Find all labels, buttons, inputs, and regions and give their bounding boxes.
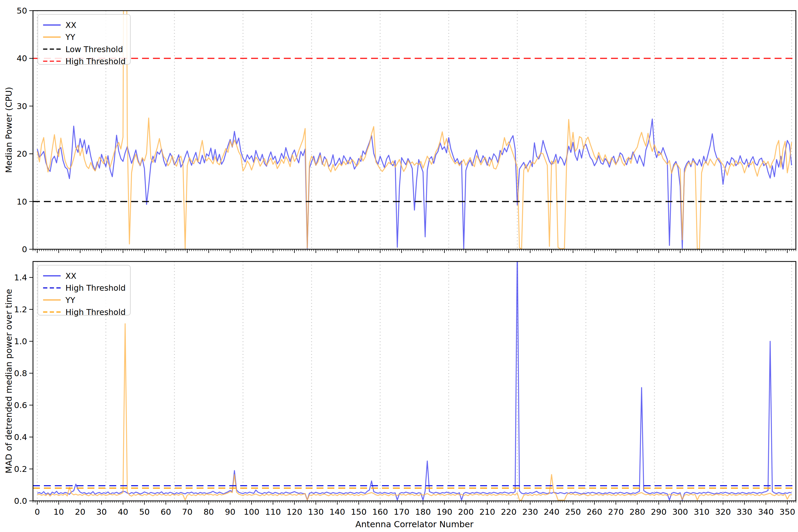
x-axis-label: Antenna Correlator Number <box>355 519 474 529</box>
x-tick-label: 160 <box>373 507 388 517</box>
y-tick-label: 0.2 <box>14 464 27 474</box>
x-tick-label: 250 <box>565 507 581 517</box>
x-tick-label: 270 <box>608 507 624 517</box>
y-tick-label: 50 <box>17 6 27 15</box>
x-tick-label: 110 <box>265 507 281 517</box>
y-tick-label: 1.4 <box>14 273 27 282</box>
median-power-chart: 01020304050Median Power (CPU)XXYYLow Thr… <box>4 0 796 254</box>
figure: 01020304050Median Power (CPU)XXYYLow Thr… <box>0 0 798 532</box>
x-tick-label: 0 <box>35 507 40 517</box>
legend-label: YY <box>65 33 75 42</box>
y-tick-label: 0.4 <box>14 432 27 442</box>
x-tick-label: 200 <box>458 507 474 517</box>
xx-line <box>37 119 792 249</box>
x-tick-label: 30 <box>96 507 107 517</box>
yy-line <box>37 324 792 500</box>
y-tick-label: 20 <box>17 149 27 158</box>
y-tick-label: 30 <box>17 101 27 111</box>
y-ticks: 0.00.20.40.60.81.01.21.4 <box>14 273 33 506</box>
legend: XXYYLow ThresholdHigh Threshold <box>38 14 130 66</box>
y-tick-label: 0.0 <box>14 496 27 506</box>
axes-border <box>33 262 796 501</box>
y-tick-label: 1.0 <box>14 337 27 346</box>
x-tick-label: 240 <box>544 507 559 517</box>
x-tick-label: 10 <box>54 507 64 517</box>
x-tick-label: 350 <box>779 507 795 517</box>
x-tick-label: 340 <box>758 507 774 517</box>
legend-label: High Threshold <box>65 307 126 317</box>
legend-label: Low Threshold <box>65 45 123 54</box>
legend-label: XX <box>65 20 76 30</box>
mad-detrended-chart: 0102030405060708090100110120130140150160… <box>4 246 796 517</box>
xx-line <box>37 246 792 500</box>
x-ticks <box>33 249 796 253</box>
y-tick-label: 0.6 <box>14 400 27 410</box>
legend: XXHigh ThresholdYYHigh Threshold <box>38 265 130 317</box>
x-tick-label: 210 <box>479 507 495 517</box>
x-ticks: 0102030405060708090100110120130140150160… <box>33 501 796 517</box>
y-axis-label: MAD of detrended median power over time <box>4 289 14 474</box>
x-tick-label: 90 <box>225 507 235 517</box>
legend-label: High Threshold <box>65 57 126 66</box>
x-tick-label: 260 <box>587 507 602 517</box>
legend-label: High Threshold <box>65 283 126 292</box>
x-tick-label: 190 <box>437 507 452 517</box>
y-tick-label: 10 <box>17 197 27 206</box>
x-tick-label: 320 <box>715 507 731 517</box>
yy-line <box>37 0 792 249</box>
y-tick-label: 40 <box>17 54 27 63</box>
legend-label: YY <box>65 296 75 305</box>
x-tick-label: 130 <box>308 507 324 517</box>
x-tick-label: 170 <box>394 507 410 517</box>
y-tick-label: 0 <box>22 244 27 254</box>
x-tick-label: 80 <box>204 507 214 517</box>
y-ticks: 01020304050 <box>17 6 33 254</box>
x-tick-label: 60 <box>161 507 171 517</box>
x-tick-label: 310 <box>694 507 709 517</box>
x-tick-label: 300 <box>672 507 688 517</box>
x-tick-label: 230 <box>522 507 538 517</box>
legend-label: XX <box>65 271 76 281</box>
x-tick-label: 20 <box>75 507 86 517</box>
x-tick-label: 100 <box>244 507 259 517</box>
x-tick-label: 50 <box>139 507 150 517</box>
x-tick-label: 220 <box>501 507 517 517</box>
plot-svg: 01020304050Median Power (CPU)XXYYLow Thr… <box>0 0 798 532</box>
x-tick-label: 150 <box>351 507 366 517</box>
x-tick-label: 180 <box>415 507 431 517</box>
x-tick-label: 120 <box>286 507 302 517</box>
x-tick-label: 280 <box>629 507 645 517</box>
x-tick-label: 290 <box>651 507 667 517</box>
x-tick-label: 140 <box>329 507 345 517</box>
y-tick-label: 0.8 <box>14 368 27 378</box>
y-tick-label: 1.2 <box>14 305 27 314</box>
x-tick-label: 70 <box>182 507 192 517</box>
x-tick-label: 330 <box>737 507 752 517</box>
y-axis-label: Median Power (CPU) <box>4 87 14 173</box>
x-tick-label: 40 <box>118 507 128 517</box>
